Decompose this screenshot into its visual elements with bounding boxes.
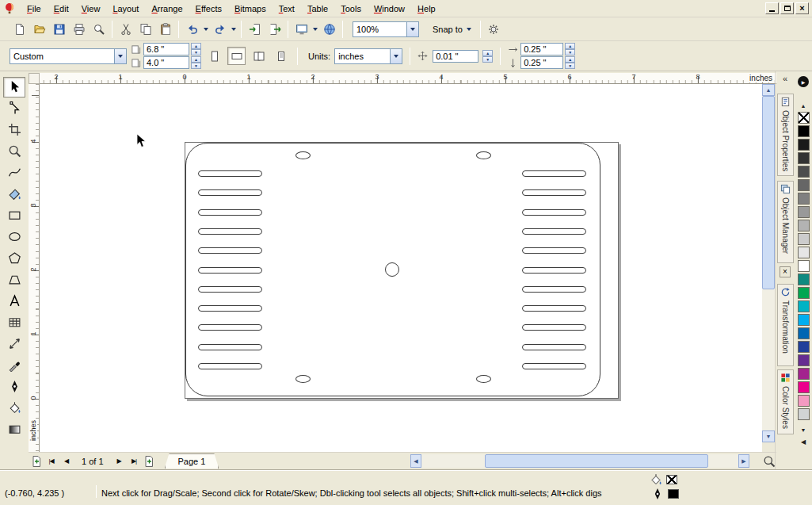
color-swatch[interactable] [798,368,810,380]
fill-tool[interactable] [3,398,25,419]
eyedropper-tool[interactable] [3,355,25,376]
import-button[interactable] [245,20,265,39]
units-combo[interactable]: inches [334,48,402,64]
docker-tab-object-properties[interactable]: Object Properties [777,94,794,176]
app-launcher-button[interactable] [292,20,311,39]
color-swatch[interactable] [798,381,810,393]
ellipse-tool[interactable] [3,227,25,247]
freehand-tool[interactable] [3,163,25,183]
add-page-after-button[interactable] [142,454,157,469]
zoom-level-combo[interactable]: 100% [353,21,419,37]
scroll-down-button[interactable]: ▼ [762,430,775,442]
ruler-origin-box[interactable] [29,73,40,84]
color-swatch[interactable] [798,139,810,151]
export-button[interactable] [265,20,284,39]
color-swatch[interactable] [798,287,810,299]
duplicate-x-field[interactable]: 0.25 " [520,43,563,55]
docker-collapse-button[interactable]: « [779,74,791,85]
dimension-tool[interactable] [3,334,25,354]
menu-arrange[interactable]: Arrange [145,2,189,16]
interactive-fill-tool[interactable] [3,419,25,440]
undo-button[interactable] [182,20,202,39]
color-swatch[interactable] [798,300,810,312]
units-dropdown-icon[interactable] [390,49,402,63]
undo-dropdown[interactable] [202,20,210,39]
scroll-up-button[interactable]: ▲ [762,84,775,96]
docker-close-button[interactable]: × [780,266,791,277]
scroll-right-button[interactable]: ▶ [738,454,749,468]
options-button[interactable] [484,20,504,39]
color-swatch[interactable] [798,354,810,366]
color-swatch[interactable] [798,179,810,191]
color-swatch[interactable] [798,260,810,272]
crop-tool[interactable] [3,120,25,140]
duplicate-y-spinner[interactable]: ▲▼ [565,56,575,69]
copy-button[interactable] [135,20,155,39]
menu-tools[interactable]: Tools [334,2,368,16]
close-button[interactable]: × [795,2,809,14]
nudge-spinner[interactable]: ▲▼ [482,50,493,63]
page-height-spinner[interactable]: ▲▼ [191,56,201,69]
page-width-spinner[interactable]: ▲▼ [191,43,201,55]
drawing-canvas[interactable] [40,84,762,452]
palette-flyout-button[interactable]: ▶ [798,76,809,87]
minimize-button[interactable] [765,2,779,14]
color-swatch[interactable] [798,166,810,178]
duplicate-x-spinner[interactable]: ▲▼ [565,43,575,55]
docker-tab-color-styles[interactable]: Color Styles [777,369,794,434]
color-swatch[interactable] [798,395,810,407]
color-swatch[interactable] [798,327,810,339]
color-swatch[interactable] [798,314,810,326]
horizontal-scroll-track[interactable] [421,454,738,468]
landscape-button[interactable] [227,47,246,65]
polygon-tool[interactable] [3,248,25,269]
nudge-offset-field[interactable]: 0.01 " [433,50,478,63]
menu-text[interactable]: Text [273,2,301,16]
menu-window[interactable]: Window [368,2,411,16]
no-color-swatch[interactable] [798,112,810,124]
basic-shapes-tool[interactable] [3,270,25,290]
vertical-scrollbar[interactable]: ▲ ▼ [762,84,775,442]
pick-tool[interactable] [3,77,25,98]
text-tool[interactable] [3,291,25,312]
restore-button[interactable] [780,2,794,14]
menu-layout[interactable]: Layout [106,2,145,16]
menu-file[interactable]: File [21,2,48,16]
color-swatch[interactable] [798,125,810,137]
palette-scroll-down-button[interactable]: ▼ [797,426,810,434]
color-swatch[interactable] [798,247,810,258]
horizontal-scrollbar[interactable]: ◀ ▶ [410,454,749,468]
menu-effects[interactable]: Effects [189,2,228,16]
zoom-dropdown-icon[interactable] [406,22,418,36]
vertical-scroll-thumb[interactable] [762,96,775,289]
last-page-button[interactable]: ▶| [127,454,142,469]
outline-pen-tool[interactable] [3,377,25,397]
search-button[interactable] [89,20,109,39]
cut-button[interactable] [116,20,135,39]
add-page-before-button[interactable] [29,454,44,469]
color-swatch[interactable] [798,341,810,353]
first-page-button[interactable]: |◀ [44,454,59,469]
color-swatch[interactable] [798,408,810,420]
redo-button[interactable] [210,20,230,39]
menu-bitmaps[interactable]: Bitmaps [228,2,273,16]
menu-table[interactable]: Table [301,2,334,16]
scroll-left-button[interactable]: ◀ [410,454,421,468]
paste-button[interactable] [155,20,175,39]
color-swatch[interactable] [798,193,810,205]
color-swatch[interactable] [798,233,810,245]
previous-page-button[interactable]: ◀ [59,454,74,469]
rectangle-tool[interactable] [3,205,25,226]
horizontal-scroll-thumb[interactable] [485,454,708,468]
page-preset-combo[interactable]: Custom [10,48,127,64]
color-swatch[interactable] [798,220,810,231]
smart-fill-tool[interactable] [3,184,25,205]
vertical-ruler[interactable]: inches 43210 [29,84,40,452]
duplicate-y-field[interactable]: 0.25 " [520,56,563,69]
palette-expand-button[interactable]: ◀ [797,438,810,447]
docker-tab-transformation[interactable]: Transformation [777,284,794,366]
shape-tool[interactable] [3,98,25,119]
menu-edit[interactable]: Edit [48,2,75,16]
color-swatch[interactable] [798,274,810,285]
portrait-button[interactable] [205,47,223,65]
